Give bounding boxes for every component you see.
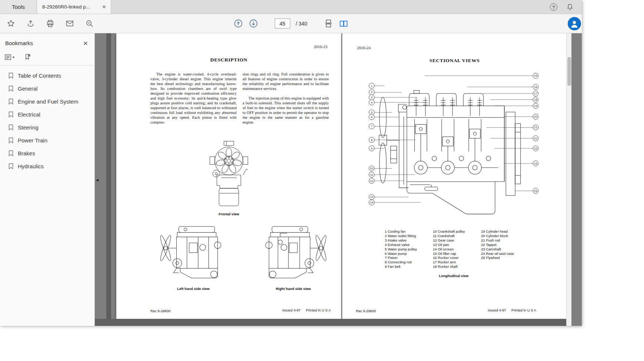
part-item: 9 Fan belt xyxy=(385,264,417,269)
part-item: 10 Crankshaft pulley xyxy=(433,229,465,234)
vertical-scrollbar[interactable] xyxy=(566,33,571,326)
description-column-2-p1: sion rings and oil ring. Full considerat… xyxy=(243,72,329,91)
bookmarks-toolbar: ▾ xyxy=(0,51,94,65)
svg-text:14: 14 xyxy=(370,201,373,204)
description-column-1: The engine is water-cooled, 4-cycle over… xyxy=(150,72,237,125)
parts-list-column-3: 19 Cylinder head20 Cylinder block21 Push… xyxy=(481,229,514,260)
svg-text:12: 12 xyxy=(370,179,373,183)
svg-text:11: 11 xyxy=(370,173,373,176)
page-number-left: 2010-23 xyxy=(314,44,327,49)
part-item: 15 Oil filler cap xyxy=(433,252,465,256)
parts-list-column-1: 1 Cooling fan2 Water outlet fitting3 Int… xyxy=(385,229,417,269)
acrobat-window: Tools 8-29260R0-linked p... × ? xyxy=(0,0,582,326)
page-count-label: / 340 xyxy=(296,21,307,27)
person-icon xyxy=(570,19,579,28)
tab-close-icon[interactable]: × xyxy=(101,4,107,10)
tab-tools[interactable]: Tools xyxy=(0,0,37,14)
find-current-bookmark-button[interactable] xyxy=(24,54,31,61)
bookmark-item[interactable]: Power Train xyxy=(0,134,94,147)
part-item: 20 Cylinder block xyxy=(481,234,514,238)
arrow-up-circle-icon xyxy=(234,19,243,28)
bookmark-item[interactable]: Electrical xyxy=(0,108,94,121)
collapse-panel-button[interactable]: ◂ xyxy=(96,177,99,183)
part-item: 7 Piston xyxy=(385,256,417,260)
engine-left-side-figure: Left hand side view xyxy=(158,221,229,291)
account-avatar[interactable] xyxy=(568,17,581,30)
part-item: 22 Tappet xyxy=(481,243,514,247)
part-item: 18 Rocker shaft xyxy=(433,264,465,269)
svg-text:17: 17 xyxy=(534,92,537,95)
svg-text:21: 21 xyxy=(534,126,537,129)
print-button[interactable] xyxy=(45,19,55,28)
svg-text:10: 10 xyxy=(370,167,373,170)
engine-right-side-drawing xyxy=(258,221,329,285)
engine-right-side-figure: Right hand side view xyxy=(258,221,329,291)
bookmark-item-label: Table of Contents xyxy=(18,72,61,79)
bookmark-item-label: Brakes xyxy=(18,150,35,156)
bookmark-item[interactable]: Steering xyxy=(0,121,94,134)
scroll-view-button[interactable] xyxy=(324,19,333,28)
email-button[interactable] xyxy=(65,19,74,28)
zoom-out-icon xyxy=(85,19,94,28)
bell-icon[interactable] xyxy=(566,3,574,11)
bookmark-list: Table of Contents General Engine and Fue… xyxy=(0,65,94,173)
bookmark-icon xyxy=(8,137,14,144)
options-list-icon xyxy=(4,54,11,61)
svg-text:15: 15 xyxy=(534,74,537,77)
star-icon xyxy=(7,19,15,28)
two-page-view-icon xyxy=(339,19,348,28)
bookmark-item[interactable]: Table of Contents xyxy=(0,69,94,82)
part-item: 1 Cooling fan xyxy=(385,229,417,234)
favorites-star-button[interactable] xyxy=(6,19,16,28)
svg-text:16: 16 xyxy=(534,85,537,89)
footer-printed-left: Printed in U S A xyxy=(306,308,331,312)
engine-frontal-view-drawing xyxy=(201,140,257,210)
scrollbar-thumb[interactable] xyxy=(567,57,571,86)
page-down-button[interactable] xyxy=(248,19,258,28)
panel-splitter[interactable] xyxy=(106,33,111,326)
two-page-view-button[interactable] xyxy=(339,19,348,28)
part-item: 16 Rocker cover xyxy=(433,256,465,260)
page-up-button[interactable] xyxy=(233,19,243,28)
engine-sectional-drawing: 1234567891011121314151617181920212223242… xyxy=(367,70,541,225)
tab-document-label: 8-29260R0-linked p... xyxy=(42,4,90,10)
bookmark-icon xyxy=(8,85,14,92)
part-item: 5 Water pump pulley xyxy=(385,247,417,252)
bookmark-options-button[interactable]: ▾ xyxy=(4,54,14,61)
svg-text:9: 9 xyxy=(371,147,372,150)
zoom-out-button[interactable] xyxy=(84,19,94,28)
bookmark-icon xyxy=(8,124,14,131)
bookmark-item[interactable]: Hydraulics xyxy=(0,160,94,173)
part-item: 25 Flywheel xyxy=(481,256,514,260)
bookmarks-close-icon[interactable]: × xyxy=(83,39,88,47)
svg-text:5: 5 xyxy=(371,111,373,114)
bookmark-item-label: Hydraulics xyxy=(18,163,44,169)
share-button[interactable] xyxy=(26,19,35,28)
longitudinal-view-caption: Longitudinal view xyxy=(367,274,541,278)
bookmark-item-label: Electrical xyxy=(18,111,40,118)
help-icon[interactable]: ? xyxy=(550,3,557,11)
document-page-right: 2010-24 SECTIONAL VIEWS xyxy=(342,33,567,319)
part-item: 6 Water pump xyxy=(385,252,417,256)
callout-layer: 1234567891011121314151617181920212223242… xyxy=(369,73,538,205)
part-item: 13 Oil pan xyxy=(433,243,465,247)
description-text: The engine is water-cooled, 4-cycle over… xyxy=(150,72,329,125)
bookmark-item[interactable]: General xyxy=(0,82,94,95)
bookmark-item[interactable]: Brakes xyxy=(0,147,94,160)
svg-text:13: 13 xyxy=(370,195,373,199)
svg-text:24: 24 xyxy=(534,162,537,165)
bookmark-icon xyxy=(8,72,14,79)
printer-icon xyxy=(46,19,54,28)
part-item: 2 Water outlet fitting xyxy=(385,234,417,238)
svg-text:7: 7 xyxy=(371,125,372,128)
tab-document[interactable]: 8-29260R0-linked p... × xyxy=(37,0,111,14)
engine-left-side-drawing xyxy=(158,221,229,285)
page-scrolling-icon xyxy=(324,19,333,28)
bookmark-item[interactable]: Engine and Fuel System xyxy=(0,95,94,108)
page-number-input[interactable] xyxy=(274,18,290,28)
part-item: 14 Oil screen xyxy=(433,247,465,252)
part-item: 21 Push rod xyxy=(481,238,514,243)
share-upload-icon xyxy=(26,19,35,28)
part-item: 17 Rocker arm xyxy=(433,260,465,264)
bookmark-item-label: Steering xyxy=(18,124,39,131)
